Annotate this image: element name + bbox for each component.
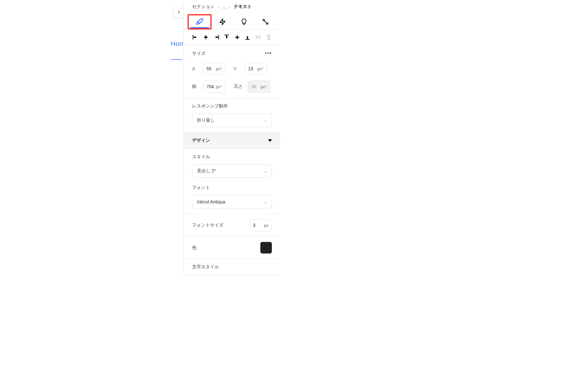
align-bottom-icon <box>245 34 250 40</box>
svg-rect-8 <box>215 37 218 38</box>
height-value: 38 <box>251 84 256 89</box>
font-size-input[interactable]: 3 px <box>249 219 272 231</box>
width-value: 704 <box>206 84 214 89</box>
x-input[interactable]: 55 px* <box>203 63 225 75</box>
caret-down-icon <box>268 139 272 142</box>
svg-rect-14 <box>247 36 248 39</box>
x-unit: px* <box>216 66 222 71</box>
svg-rect-12 <box>237 36 238 39</box>
inspector-panel: セクション › ... › テキスト <box>183 0 280 275</box>
width-unit: px* <box>216 84 222 89</box>
align-center-v-icon <box>234 34 240 40</box>
font-title: フォント <box>192 185 210 191</box>
breadcrumb-root[interactable]: セクション <box>192 4 214 10</box>
style-select[interactable]: 見出し 2* ⌄ <box>192 164 272 178</box>
svg-rect-10 <box>226 36 227 38</box>
chevron-right-icon: › <box>218 4 219 9</box>
distribute-h-button <box>255 34 262 41</box>
breadcrumb-ellipsis[interactable]: ... <box>222 4 226 9</box>
style-title: スタイル <box>192 154 210 160</box>
font-section: フォント Inknut Antiqua ⌄ <box>184 180 280 214</box>
tab-design[interactable] <box>188 14 212 30</box>
text-style-header: 文字スタイル <box>192 264 272 270</box>
chevron-right-icon <box>177 10 181 14</box>
text-style-title: 文字スタイル <box>192 264 219 270</box>
responsive-header: レスポンシブ動作 <box>192 103 272 109</box>
font-size-value: 3 <box>253 223 256 228</box>
responsive-select[interactable]: 折り返し ⌄ <box>192 114 272 127</box>
style-value: 見出し 2* <box>197 168 216 174</box>
tab-bar <box>184 13 280 30</box>
lightning-icon <box>219 18 226 25</box>
svg-rect-6 <box>204 37 207 38</box>
font-size-unit: px <box>264 223 268 228</box>
align-left-icon <box>192 34 198 40</box>
responsive-section: レスポンシブ動作 折り返し ⌄ <box>184 98 280 133</box>
brush-icon <box>196 18 204 26</box>
expand-panel-button[interactable] <box>173 6 185 18</box>
text-style-section: 文字スタイル <box>184 259 280 275</box>
breadcrumb-current: テキスト <box>234 4 252 10</box>
distribute-h-icon <box>255 34 261 40</box>
align-left-button[interactable] <box>192 34 199 41</box>
lightbulb-icon <box>240 18 248 26</box>
chevron-down-icon: ⌄ <box>264 118 267 123</box>
font-size-title: フォントサイズ <box>192 222 223 228</box>
y-input[interactable]: 13 px* <box>245 63 267 75</box>
style-section: スタイル 見出し 2* ⌄ <box>184 149 280 180</box>
svg-marker-0 <box>220 19 225 25</box>
font-header: フォント <box>192 185 272 191</box>
align-bottom-button[interactable] <box>244 34 251 41</box>
font-value: Inknut Antiqua <box>197 199 225 204</box>
chevron-right-icon: › <box>229 4 231 9</box>
width-label: 幅 <box>192 84 200 90</box>
color-title: 色 <box>192 245 197 251</box>
responsive-title: レスポンシブ動作 <box>192 103 228 109</box>
size-title: サイズ <box>192 51 206 56</box>
size-more-button[interactable]: ••• <box>265 50 272 57</box>
size-header: サイズ ••• <box>192 50 272 57</box>
align-top-icon <box>224 34 230 40</box>
tab-animation[interactable] <box>212 14 233 30</box>
align-right-icon <box>214 34 219 40</box>
svg-rect-4 <box>194 37 196 38</box>
distribute-v-button <box>265 34 272 41</box>
svg-rect-20 <box>268 37 270 38</box>
height-input: 38 px* <box>248 81 270 93</box>
font-select[interactable]: Inknut Antiqua ⌄ <box>192 195 272 209</box>
y-value: 13 <box>248 66 253 71</box>
height-unit: px* <box>261 84 267 89</box>
design-title: デザイン <box>192 138 210 143</box>
distribute-v-icon <box>266 34 272 40</box>
x-label: X <box>192 66 200 71</box>
align-right-button[interactable] <box>213 34 220 41</box>
tab-interactions[interactable] <box>233 14 255 30</box>
connection-icon <box>262 18 269 25</box>
font-size-section: フォントサイズ 3 px <box>184 214 280 237</box>
style-header: スタイル <box>192 154 272 160</box>
y-label: Y <box>234 66 241 71</box>
breadcrumb: セクション › ... › テキスト <box>184 0 280 13</box>
width-input[interactable]: 704 px* <box>203 81 225 93</box>
x-value: 55 <box>206 66 212 71</box>
canvas-underline <box>171 59 182 60</box>
align-center-v-button[interactable] <box>234 34 241 41</box>
align-top-button[interactable] <box>223 34 230 41</box>
chevron-down-icon: ⌄ <box>264 169 267 173</box>
size-section: サイズ ••• X 55 px* Y 13 px* 幅 <box>184 45 280 98</box>
align-center-h-icon <box>203 34 209 40</box>
canvas-home-text: Hom <box>171 40 185 47</box>
svg-rect-17 <box>257 36 259 38</box>
height-label: 高さ <box>234 84 245 90</box>
chevron-down-icon: ⌄ <box>264 200 267 204</box>
tab-code[interactable] <box>255 14 276 30</box>
color-swatch[interactable] <box>260 242 272 253</box>
design-section-header[interactable]: デザイン <box>184 133 280 149</box>
alignment-toolbar <box>184 30 280 45</box>
responsive-value: 折り返し <box>197 117 215 123</box>
y-unit: px* <box>257 66 264 71</box>
color-section: 色 <box>184 237 280 259</box>
align-center-h-button[interactable] <box>203 34 209 41</box>
